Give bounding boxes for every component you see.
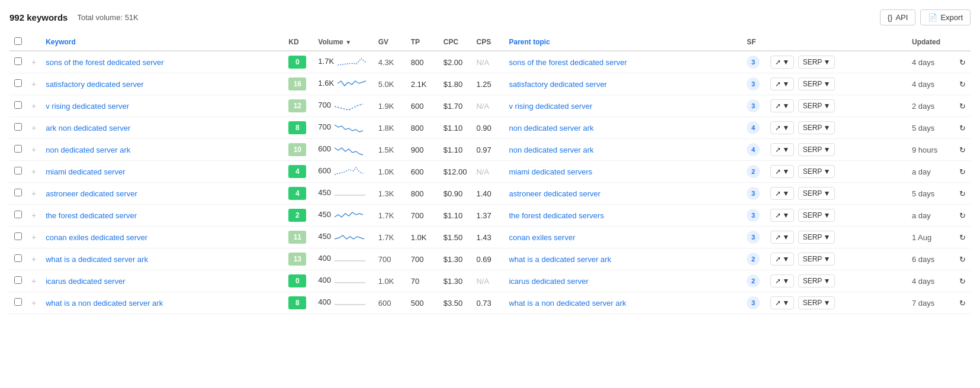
refresh-cell[interactable]: ↻ — [955, 73, 971, 95]
add-keyword-cell[interactable]: + — [27, 227, 41, 248]
parent-topic-cell[interactable]: conan exiles server — [504, 227, 742, 248]
refresh-cell[interactable]: ↻ — [955, 117, 971, 139]
add-keyword-cell[interactable]: + — [27, 73, 41, 95]
trend-button[interactable]: ➚ ▼ — [770, 121, 794, 134]
add-keyword-cell[interactable]: + — [27, 205, 41, 227]
keyword-cell[interactable]: satisfactory dedicated server — [41, 73, 284, 95]
refresh-cell[interactable]: ↻ — [955, 161, 971, 183]
parent-topic-cell[interactable]: v rising dedicated server — [504, 95, 742, 117]
gv-cell: 1.5K — [374, 139, 406, 161]
serp-button[interactable]: SERP ▼ — [798, 231, 836, 244]
trend-button[interactable]: ➚ ▼ — [770, 165, 794, 178]
keyword-cell[interactable]: miami dedicated server — [41, 161, 284, 183]
keyword-cell[interactable]: non dedicated server ark — [41, 139, 284, 161]
parent-topic-cell[interactable]: non dedicated server ark — [504, 139, 742, 161]
serp-button[interactable]: SERP ▼ — [798, 187, 836, 200]
parent-topic-cell[interactable]: what is a non dedicated server ark — [504, 292, 742, 314]
table-row: + what is a dedicated server ark 13 400 … — [9, 248, 971, 270]
refresh-cell[interactable]: ↻ — [955, 95, 971, 117]
add-keyword-cell[interactable]: + — [27, 292, 41, 314]
volume-cell: 1.6K — [313, 73, 373, 95]
row-checkbox[interactable] — [14, 101, 22, 109]
refresh-cell[interactable]: ↻ — [955, 270, 971, 292]
keyword-cell[interactable]: the forest dedicated server — [41, 205, 284, 227]
refresh-cell[interactable]: ↻ — [955, 292, 971, 314]
trend-button[interactable]: ➚ ▼ — [770, 274, 794, 287]
add-keyword-cell[interactable]: + — [27, 161, 41, 183]
serp-button[interactable]: SERP ▼ — [798, 274, 836, 287]
refresh-cell[interactable]: ↻ — [955, 227, 971, 248]
parent-topic-cell[interactable]: satisfactory dedicated server — [504, 73, 742, 95]
keyword-cell[interactable]: v rising dedicated server — [41, 95, 284, 117]
volume-cell: 600 — [313, 139, 373, 161]
parent-topic-cell[interactable]: sons of the forest dedicated server — [504, 51, 742, 73]
serp-button[interactable]: SERP ▼ — [798, 121, 836, 134]
serp-button[interactable]: SERP ▼ — [798, 143, 836, 156]
api-button[interactable]: {} API — [880, 9, 916, 25]
add-keyword-cell[interactable]: + — [27, 248, 41, 270]
serp-button[interactable]: SERP ▼ — [798, 296, 836, 309]
kd-cell: 8 — [284, 292, 313, 314]
row-checkbox[interactable] — [14, 145, 22, 153]
keyword-cell[interactable]: sons of the forest dedicated server — [41, 51, 284, 73]
add-keyword-cell[interactable]: + — [27, 183, 41, 205]
row-checkbox[interactable] — [14, 232, 22, 240]
trend-button[interactable]: ➚ ▼ — [770, 143, 794, 156]
export-button[interactable]: 📄 Export — [920, 9, 971, 25]
volume-col-header[interactable]: Volume ▼ — [313, 34, 373, 51]
parent-topic-cell[interactable]: icarus dedicated server — [504, 270, 742, 292]
trend-button[interactable]: ➚ ▼ — [770, 187, 794, 200]
parent-topic-cell[interactable]: non dedicated server ark — [504, 117, 742, 139]
refresh-cell[interactable]: ↻ — [955, 183, 971, 205]
parent-topic-cell[interactable]: the forest dedicated servers — [504, 205, 742, 227]
trend-button[interactable]: ➚ ▼ — [770, 209, 794, 222]
parent-col-header: Parent topic — [504, 34, 742, 51]
refresh-cell[interactable]: ↻ — [955, 205, 971, 227]
refresh-cell[interactable]: ↻ — [955, 248, 971, 270]
keyword-cell[interactable]: icarus dedicated server — [41, 270, 284, 292]
keyword-cell[interactable]: astroneer dedicated server — [41, 183, 284, 205]
add-keyword-cell[interactable]: + — [27, 270, 41, 292]
serp-button[interactable]: SERP ▼ — [798, 253, 836, 266]
trend-icon: ➚ — [775, 167, 781, 176]
trend-button[interactable]: ➚ ▼ — [770, 99, 794, 112]
trend-button[interactable]: ➚ ▼ — [770, 56, 794, 69]
parent-topic-cell[interactable]: astroneer dedicated server — [504, 183, 742, 205]
serp-button[interactable]: SERP ▼ — [798, 209, 836, 222]
row-checkbox[interactable] — [14, 254, 22, 262]
parent-topic-cell[interactable]: what is a dedicated server ark — [504, 248, 742, 270]
row-checkbox[interactable] — [14, 57, 22, 65]
row-checkbox[interactable] — [14, 276, 22, 284]
row-checkbox[interactable] — [14, 167, 22, 174]
tp-cell: 600 — [406, 95, 439, 117]
add-keyword-cell[interactable]: + — [27, 95, 41, 117]
keyword-cell[interactable]: what is a dedicated server ark — [41, 248, 284, 270]
row-checkbox[interactable] — [14, 298, 22, 306]
parent-topic-cell[interactable]: miami dedicated servers — [504, 161, 742, 183]
row-checkbox[interactable] — [14, 79, 22, 87]
row-checkbox[interactable] — [14, 211, 22, 218]
trend-button[interactable]: ➚ ▼ — [770, 231, 794, 244]
serp-button[interactable]: SERP ▼ — [798, 56, 836, 69]
refresh-cell[interactable]: ↻ — [955, 139, 971, 161]
trend-button[interactable]: ➚ ▼ — [770, 77, 794, 90]
keyword-cell[interactable]: what is a non dedicated server ark — [41, 292, 284, 314]
tp-col-header: TP — [406, 34, 439, 51]
row-checkbox-cell — [9, 139, 27, 161]
serp-button[interactable]: SERP ▼ — [798, 77, 836, 90]
add-keyword-cell[interactable]: + — [27, 139, 41, 161]
row-checkbox[interactable] — [14, 123, 22, 131]
trend-icon: ➚ — [775, 58, 781, 66]
trend-button[interactable]: ➚ ▼ — [770, 253, 794, 266]
trend-button[interactable]: ➚ ▼ — [770, 296, 794, 309]
keyword-cell[interactable]: ark non dedicated server — [41, 117, 284, 139]
add-keyword-cell[interactable]: + — [27, 51, 41, 73]
serp-button[interactable]: SERP ▼ — [798, 165, 836, 178]
row-checkbox[interactable] — [14, 189, 22, 196]
refresh-cell[interactable]: ↻ — [955, 51, 971, 73]
keyword-cell[interactable]: conan exiles dedicated server — [41, 227, 284, 248]
add-keyword-cell[interactable]: + — [27, 117, 41, 139]
table-row: + satisfactory dedicated server 16 1.6K … — [9, 73, 971, 95]
serp-button[interactable]: SERP ▼ — [798, 99, 836, 112]
select-all-checkbox[interactable] — [14, 37, 22, 45]
